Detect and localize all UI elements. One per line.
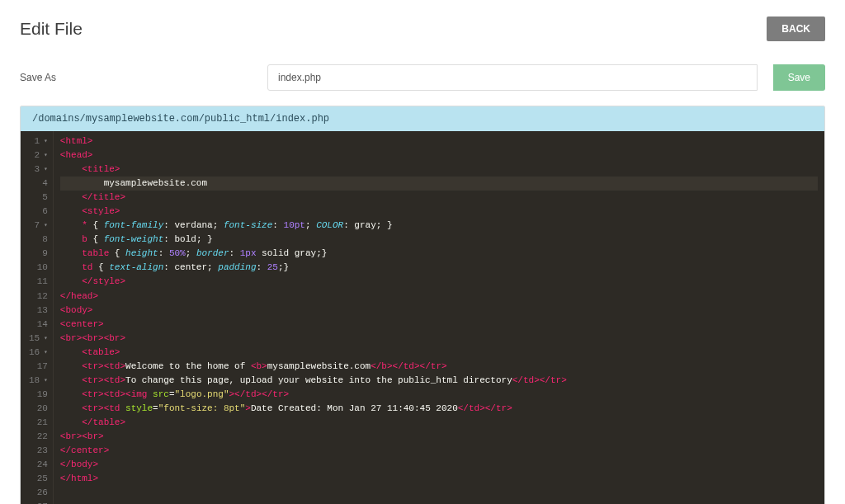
code-line[interactable]: </html>	[60, 472, 818, 486]
line-number: 21	[29, 416, 48, 430]
line-number: 26	[29, 486, 48, 500]
back-button[interactable]: BACK	[767, 16, 825, 41]
code-line[interactable]: mysamplewebsite.com	[60, 177, 818, 191]
line-number: 18	[29, 374, 48, 388]
file-path-bar: /domains/mysamplewebsite.com/public_html…	[21, 106, 824, 131]
line-number: 20	[29, 402, 48, 416]
line-number: 3	[29, 163, 48, 177]
code-line[interactable]: table { height: 50%; border: 1px solid g…	[60, 247, 818, 261]
line-number: 23	[29, 444, 48, 458]
code-line[interactable]: <tr><td><img src="logo.png"></td></tr>	[60, 388, 818, 402]
save-as-label: Save As	[20, 72, 251, 83]
page-title: Edit File	[20, 19, 83, 39]
code-line[interactable]: </body>	[60, 458, 818, 472]
line-number: 22	[29, 430, 48, 444]
line-gutter: 1 2 3 4 5 6 7 8 910111213141516171819202…	[21, 131, 54, 504]
line-number: 17	[29, 360, 48, 374]
line-number: 9	[29, 247, 48, 261]
line-number: 11	[29, 275, 48, 289]
line-number: 16	[29, 346, 48, 360]
line-number: 5	[29, 191, 48, 205]
code-body[interactable]: <html><head> <title> mysamplewebsite.com…	[54, 131, 824, 504]
code-line[interactable]: </head>	[60, 290, 818, 304]
code-line[interactable]: * { font-family: verdana; font-size: 10p…	[60, 219, 818, 233]
code-editor[interactable]: 1 2 3 4 5 6 7 8 910111213141516171819202…	[21, 131, 824, 504]
code-line[interactable]: <tr><td>To change this page, upload your…	[60, 374, 818, 388]
code-line[interactable]: </title>	[60, 191, 818, 205]
code-line[interactable]: </table>	[60, 416, 818, 430]
code-line[interactable]: </style>	[60, 275, 818, 289]
code-line[interactable]: <br><br>	[60, 430, 818, 444]
line-number: 2	[29, 148, 48, 163]
filename-input[interactable]	[267, 64, 758, 91]
line-number: 8	[29, 233, 48, 247]
line-number: 6	[29, 205, 48, 219]
line-number: 7	[29, 219, 48, 233]
code-line[interactable]: <br><br><br>	[60, 332, 818, 346]
line-number: 14	[29, 318, 48, 332]
code-line[interactable]: b { font-weight: bold; }	[60, 233, 818, 247]
code-line[interactable]: <center>	[60, 318, 818, 332]
code-line[interactable]: <html>	[60, 134, 818, 148]
line-number: 25	[29, 472, 48, 486]
save-button[interactable]: Save	[773, 64, 825, 91]
line-number: 27	[29, 500, 48, 504]
editor-panel: /domains/mysamplewebsite.com/public_html…	[20, 106, 825, 504]
code-line[interactable]: <style>	[60, 205, 818, 219]
line-number: 15	[29, 332, 48, 346]
code-line[interactable]: <body>	[60, 304, 818, 318]
line-number: 13	[29, 304, 48, 318]
line-number: 12	[29, 290, 48, 304]
code-line[interactable]: <title>	[60, 163, 818, 177]
code-line[interactable]: </center>	[60, 444, 818, 458]
line-number: 24	[29, 458, 48, 472]
code-line[interactable]: <tr><td>Welcome to the home of <b>mysamp…	[60, 360, 818, 374]
code-line[interactable]: <tr><td style="font-size: 8pt">Date Crea…	[60, 402, 818, 416]
code-line[interactable]: <table>	[60, 346, 818, 360]
line-number: 19	[29, 388, 48, 402]
line-number: 10	[29, 261, 48, 275]
line-number: 4	[29, 177, 48, 191]
code-line[interactable]: <head>	[60, 148, 818, 163]
line-number: 1	[29, 134, 48, 148]
code-line[interactable]: td { text-align: center; padding: 25;}	[60, 261, 818, 275]
